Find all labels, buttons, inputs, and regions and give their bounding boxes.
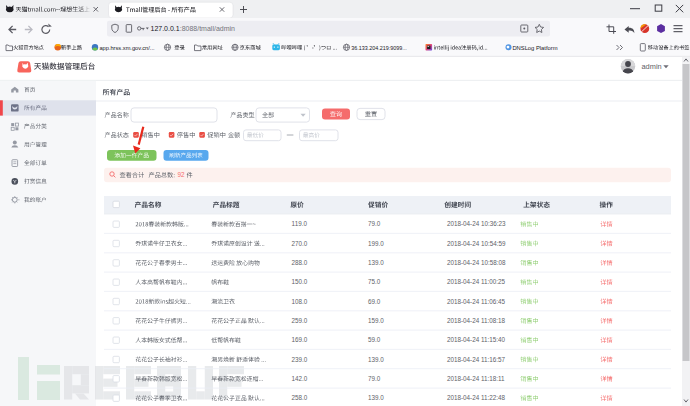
svg-text:2018-04-24 11:08:18: 2018-04-24 11:08:18: [447, 317, 506, 324]
svg-text:2018-04-24 11:18:11: 2018-04-24 11:18:11: [447, 375, 505, 382]
svg-text:2018-04-24 11:15:40: 2018-04-24 11:15:40: [447, 336, 506, 343]
svg-text:2018-04-24 11:16:57: 2018-04-24 11:16:57: [447, 356, 506, 363]
svg-text:169.0: 169.0: [292, 336, 308, 343]
svg-text:270.0: 270.0: [292, 240, 308, 247]
svg-text:139.0: 139.0: [368, 259, 384, 266]
svg-text:119.0: 119.0: [292, 220, 308, 227]
svg-text:139.0: 139.0: [368, 394, 384, 401]
svg-text:59.0: 59.0: [368, 336, 381, 343]
svg-text:DNSLog Platform: DNSLog Platform: [512, 45, 557, 51]
svg-text:69.0: 69.0: [368, 298, 381, 305]
svg-text:75.0: 75.0: [368, 278, 381, 285]
svg-text:2018-04-24 10:54:59: 2018-04-24 10:54:59: [447, 240, 506, 247]
svg-text:150.0: 150.0: [292, 278, 308, 285]
svg-text:2018-04-24 11:06:45: 2018-04-24 11:06:45: [447, 298, 506, 305]
svg-text:2018-04-24 11:22:48: 2018-04-24 11:22:48: [447, 394, 506, 401]
svg-text:79.0: 79.0: [368, 375, 381, 382]
svg-text:142.0: 142.0: [292, 375, 308, 382]
svg-text:2018-04-24 10:36:23: 2018-04-24 10:36:23: [447, 220, 506, 227]
svg-text:139.0: 139.0: [368, 356, 384, 363]
svg-text:239.0: 239.0: [292, 356, 308, 363]
svg-text:2018-04-24 10:58:08: 2018-04-24 10:58:08: [447, 259, 506, 266]
svg-text:92: 92: [178, 171, 186, 178]
svg-text:199.0: 199.0: [368, 240, 384, 247]
svg-text:108.0: 108.0: [292, 298, 308, 305]
svg-text:258.0: 258.0: [292, 394, 308, 401]
svg-text:259.0: 259.0: [292, 317, 308, 324]
svg-text:admin: admin: [642, 62, 662, 71]
svg-text:79.0: 79.0: [368, 220, 381, 227]
svg-text:127.0.0.1:8088/tmall/admin: 127.0.0.1:8088/tmall/admin: [151, 25, 236, 32]
svg-text:app.hrss.xm.gov.cn/...: app.hrss.xm.gov.cn/...: [99, 45, 155, 51]
svg-text:36.133.204.219:9099...: 36.133.204.219:9099...: [351, 45, 406, 51]
svg-text:288.0: 288.0: [292, 259, 308, 266]
svg-text:2018-04-24 11:00:25: 2018-04-24 11:00:25: [447, 278, 506, 285]
svg-text:159.0: 159.0: [368, 317, 384, 324]
